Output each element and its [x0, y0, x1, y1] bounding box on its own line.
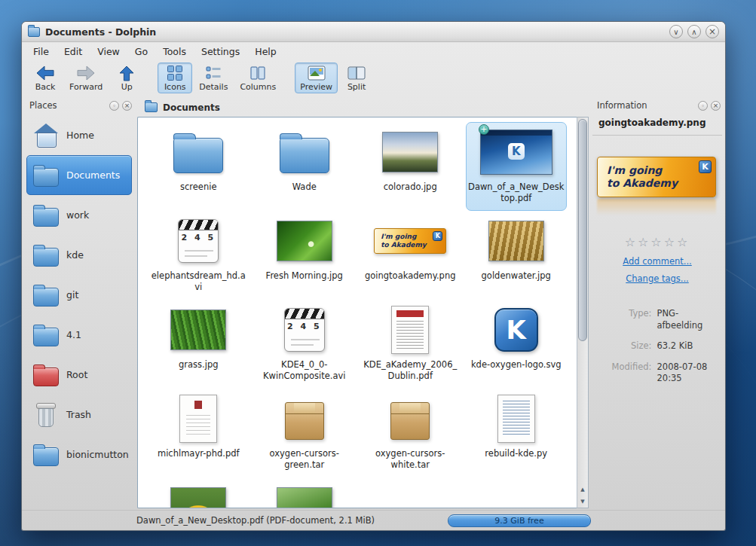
maximize-icon[interactable]	[687, 25, 701, 38]
minimize-icon[interactable]	[669, 25, 683, 38]
sidebar-item-4-1[interactable]: 4.1	[26, 315, 132, 355]
columns-view-button[interactable]: Columns	[234, 63, 281, 93]
file-colorado-jpg[interactable]: colorado.jpg	[360, 122, 461, 211]
details-view-label: Details	[199, 82, 228, 92]
change-tags-link[interactable]: Change tags...	[592, 273, 722, 284]
scroll-up-icon[interactable]	[577, 483, 588, 496]
file-thumbnail	[255, 212, 354, 270]
menu-edit[interactable]: Edit	[57, 44, 89, 59]
sidebar-item-kde[interactable]: kde	[26, 235, 132, 275]
places-close-icon[interactable]	[122, 101, 132, 111]
menu-help[interactable]: Help	[248, 44, 283, 59]
add-comment-link[interactable]: Add comment...	[592, 256, 722, 267]
titlebar[interactable]: Documents - Dolphin	[22, 22, 725, 42]
forward-arrow-icon	[77, 65, 95, 81]
info-detach-icon[interactable]	[698, 101, 708, 111]
file-elephantsdream-hd-avi[interactable]: elephantsdream_hd.avi	[148, 211, 249, 300]
back-button[interactable]: Back	[28, 63, 63, 93]
file-view-wrap: screenieWadecolorado.jpgDawn_of_a_New_De…	[137, 117, 589, 508]
places-detach-icon[interactable]	[109, 101, 119, 111]
free-space-indicator: 9.3 GiB free	[448, 514, 591, 527]
file-goingtoakademy-png[interactable]: I'm goingto Akademygoingtoakademy.png	[360, 211, 461, 300]
sidebar-item-git[interactable]: git	[26, 275, 132, 315]
forward-label: Forward	[69, 82, 103, 92]
preview-button[interactable]: Preview	[295, 63, 338, 93]
sidebar-item-root[interactable]: Root	[26, 355, 132, 395]
scroll-down-icon[interactable]	[577, 496, 588, 508]
split-label: Split	[347, 82, 366, 92]
menu-go[interactable]: Go	[128, 44, 155, 59]
columns-view-icon	[249, 65, 266, 81]
file-name: kde-oxygen-logo.svg	[468, 359, 565, 371]
sidebar-item-documents[interactable]: Documents	[26, 155, 132, 195]
file-item-partial[interactable]	[148, 477, 249, 508]
preview-icon	[308, 65, 326, 81]
file-oxygen-cursors-green-tar[interactable]: oxygen-cursors-green.tar	[254, 389, 355, 477]
scrollbar-track[interactable]	[577, 341, 588, 483]
file-thumbnail	[360, 123, 460, 181]
scrollbar-thumb[interactable]	[578, 119, 587, 341]
folder-thumbnail	[173, 138, 223, 173]
file-kde-oxygen-logo-svg[interactable]: kde-oxygen-logo.svg	[466, 300, 567, 389]
status-selection-text: Dawn_of_a_New_Desktop.pdf (PDF-document,…	[136, 515, 448, 526]
menu-file[interactable]: File	[26, 44, 56, 59]
script-thumbnail	[497, 395, 535, 443]
menu-view[interactable]: View	[90, 44, 127, 59]
file-michlmayr-phd-pdf[interactable]: michlmayr-phd.pdf	[148, 389, 249, 477]
file-thumbnail	[467, 212, 566, 270]
menu-tools[interactable]: Tools	[156, 44, 193, 59]
close-icon[interactable]	[705, 25, 719, 38]
file-item-partial[interactable]	[254, 477, 355, 508]
file-dawn-of-a-new-desktop-pdf[interactable]: Dawn_of_a_New_Desktop.pdf	[466, 122, 567, 211]
file-name: goingtoakademy.png	[362, 270, 458, 282]
rating-stars[interactable]: ☆☆☆☆☆	[592, 235, 722, 249]
details-view-button[interactable]: Details	[194, 63, 233, 93]
folder-icon	[33, 288, 59, 307]
file-rebuild-kde-py[interactable]: rebuild-kde.py	[466, 389, 567, 477]
window-title: Documents - Dolphin	[45, 26, 664, 38]
file-name: Dawn_of_a_New_Desktop.pdf	[468, 181, 565, 204]
forward-button[interactable]: Forward	[64, 63, 108, 93]
folder-icon	[33, 208, 59, 227]
folder-red-icon	[32, 364, 60, 386]
folder-icon	[33, 328, 59, 346]
file-grass-jpg[interactable]: grass.jpg	[148, 300, 249, 389]
menu-settings[interactable]: Settings	[194, 44, 246, 59]
icons-view-button[interactable]: Icons	[158, 63, 192, 93]
icons-view-label: Icons	[164, 82, 186, 92]
places-panel-title: Places	[29, 100, 106, 111]
screenshot-thumbnail	[480, 130, 552, 175]
sidebar-item-home[interactable]: Home	[26, 115, 132, 155]
sidebar-item-bionicmutton[interactable]: bionicmutton	[26, 435, 132, 474]
file-fresh-morning-jpg[interactable]: Fresh Morning.jpg	[254, 211, 355, 300]
split-button[interactable]: Split	[339, 63, 374, 93]
file-thumbnail	[255, 478, 354, 508]
kde-logo-icon	[699, 160, 712, 173]
pdf-thumbnail	[391, 306, 429, 354]
folder-icon	[32, 324, 60, 346]
archive-thumbnail	[390, 402, 430, 440]
file-name: oxygen-cursors-green.tar	[256, 448, 353, 471]
folder-view: Documents screenieWadecolorado.jpgDawn_o…	[137, 98, 589, 508]
trash-icon	[32, 403, 60, 427]
file-name: Wade	[256, 181, 353, 193]
place-label: Documents	[66, 169, 120, 181]
sidebar-item-work[interactable]: work	[26, 195, 132, 235]
file-wade[interactable]: Wade	[254, 122, 355, 211]
preview-label: Preview	[300, 82, 332, 92]
info-close-icon[interactable]	[711, 101, 721, 111]
menubar: FileEditViewGoToolsSettingsHelp	[22, 42, 725, 61]
file-kde4-0-0-kwincomposite-avi[interactable]: KDE4_0_0-KwinComposite.avi	[254, 300, 355, 389]
up-arrow-icon	[119, 65, 134, 81]
breadcrumb[interactable]: Documents	[137, 98, 589, 117]
selection-toggle-badge[interactable]	[479, 124, 489, 135]
file-oxygen-cursors-white-tar[interactable]: oxygen-cursors-white.tar	[360, 389, 461, 477]
file-goldenwater-jpg[interactable]: goldenwater.jpg	[466, 211, 567, 300]
up-button[interactable]: Up	[109, 63, 144, 93]
file-screenie[interactable]: screenie	[148, 122, 249, 211]
place-label: Home	[66, 130, 94, 141]
sidebar-item-trash[interactable]: Trash	[26, 395, 132, 435]
file-kde-akademy-2006-dublin-pdf[interactable]: KDE_aKademy_2006_Dublin.pdf	[360, 300, 461, 389]
folder-icon	[32, 164, 60, 187]
vertical-scrollbar[interactable]	[577, 117, 589, 508]
